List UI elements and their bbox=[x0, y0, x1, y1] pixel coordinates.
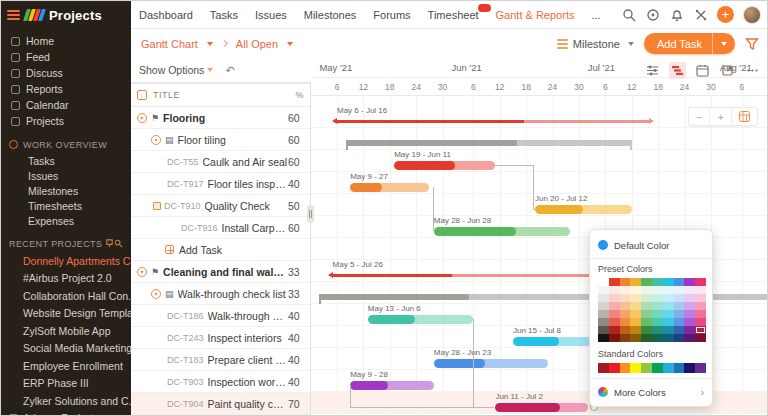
add-task-button[interactable]: Add Task bbox=[644, 33, 735, 54]
hamburger-menu-icon[interactable] bbox=[7, 10, 20, 20]
color-swatch[interactable] bbox=[609, 278, 620, 286]
color-swatch[interactable] bbox=[609, 286, 620, 294]
table-row[interactable]: DC-T183Prepare client list for walk...40 bbox=[131, 349, 310, 371]
show-options-dropdown[interactable]: Show Options bbox=[139, 64, 204, 76]
table-row[interactable]: DC-T910Quality Check50 bbox=[131, 195, 310, 217]
color-swatch[interactable] bbox=[652, 286, 663, 294]
more-colors-option[interactable]: More Colors › bbox=[598, 384, 704, 400]
color-swatch[interactable] bbox=[695, 326, 706, 334]
table-row[interactable]: ▾⚑Flooring60 bbox=[131, 107, 310, 129]
table-row[interactable]: ▾▤Walk-through check list33 bbox=[131, 283, 310, 305]
color-swatch[interactable] bbox=[620, 334, 631, 342]
color-swatch[interactable] bbox=[663, 326, 674, 334]
tab-tasks[interactable]: Tasks bbox=[210, 9, 238, 21]
color-swatch[interactable] bbox=[684, 310, 695, 318]
color-swatch[interactable] bbox=[609, 302, 620, 310]
color-swatch[interactable] bbox=[663, 334, 674, 342]
tab-timesheet[interactable]: Timesheet bbox=[428, 9, 479, 21]
color-swatch[interactable] bbox=[674, 286, 685, 294]
color-swatch[interactable] bbox=[598, 302, 609, 310]
default-color-option[interactable]: Default Color bbox=[598, 237, 704, 253]
color-swatch[interactable] bbox=[695, 286, 706, 294]
sidebar-item-calendar[interactable]: Calendar bbox=[1, 97, 131, 113]
color-swatch[interactable] bbox=[684, 286, 695, 294]
color-swatch[interactable] bbox=[652, 302, 663, 310]
sidebar-item-issues[interactable]: Issues bbox=[1, 168, 131, 183]
color-swatch[interactable] bbox=[695, 278, 706, 286]
table-row[interactable]: ▾⚑Cleaning and final walk-thro...33 bbox=[131, 261, 310, 283]
recent-project-employee-enrollment[interactable]: Employee Enrollment bbox=[1, 357, 131, 375]
color-swatch[interactable] bbox=[641, 334, 652, 342]
all-open-dropdown[interactable]: All Open bbox=[236, 38, 278, 50]
color-swatch[interactable] bbox=[663, 302, 674, 310]
splitter-handle[interactable] bbox=[307, 205, 314, 223]
color-swatch[interactable] bbox=[684, 278, 695, 286]
recent-project-erp-phase-iii[interactable]: ERP Phase III bbox=[1, 375, 131, 393]
color-swatch[interactable] bbox=[641, 326, 652, 334]
color-swatch[interactable] bbox=[641, 318, 652, 326]
expand-icon[interactable]: ▾ bbox=[137, 113, 147, 123]
color-swatch[interactable] bbox=[641, 278, 652, 286]
sidebar-item-expenses[interactable]: Expenses bbox=[1, 213, 131, 228]
gantt-bar[interactable] bbox=[434, 359, 548, 368]
filter-icon[interactable] bbox=[745, 37, 759, 51]
standard-color-swatch[interactable] bbox=[652, 363, 663, 373]
table-row[interactable]: DC-T917Floor tiles inspection40 bbox=[131, 173, 310, 195]
sidebar-item-feed[interactable]: Feed bbox=[1, 49, 131, 65]
color-swatch[interactable] bbox=[630, 278, 641, 286]
color-swatch[interactable] bbox=[641, 286, 652, 294]
color-swatch[interactable] bbox=[598, 318, 609, 326]
sidebar-item-discuss[interactable]: Discuss bbox=[1, 65, 131, 81]
add-task-row[interactable]: Add Task bbox=[131, 239, 310, 261]
color-swatch[interactable] bbox=[674, 334, 685, 342]
gantt-bar[interactable] bbox=[368, 315, 474, 324]
undo-icon[interactable]: ↶ bbox=[225, 64, 234, 77]
color-swatch[interactable] bbox=[609, 326, 620, 334]
pin-icon[interactable] bbox=[105, 239, 114, 248]
color-swatch[interactable] bbox=[674, 326, 685, 334]
color-swatch[interactable] bbox=[652, 334, 663, 342]
color-swatch[interactable] bbox=[630, 294, 641, 302]
recent-project-social-media-marketing[interactable]: Social Media Marketing bbox=[1, 340, 131, 358]
color-swatch[interactable] bbox=[695, 302, 706, 310]
color-swatch[interactable] bbox=[630, 286, 641, 294]
sidebar-item-tasks[interactable]: Tasks bbox=[1, 153, 131, 168]
fullscreen-icon[interactable] bbox=[719, 62, 736, 79]
color-swatch[interactable] bbox=[630, 334, 641, 342]
color-swatch[interactable] bbox=[663, 318, 674, 326]
search-icon[interactable] bbox=[621, 7, 636, 22]
color-swatch[interactable] bbox=[674, 310, 685, 318]
user-avatar[interactable] bbox=[743, 6, 761, 24]
color-swatch[interactable] bbox=[674, 294, 685, 302]
color-swatch[interactable] bbox=[620, 286, 631, 294]
add-task-dropdown[interactable] bbox=[712, 33, 735, 54]
color-swatch[interactable] bbox=[663, 278, 674, 286]
color-swatch[interactable] bbox=[674, 318, 685, 326]
standard-color-swatch[interactable] bbox=[684, 363, 695, 373]
color-swatch[interactable] bbox=[598, 278, 609, 286]
color-swatch[interactable] bbox=[598, 310, 609, 318]
more-options-icon[interactable] bbox=[744, 62, 761, 79]
recent-project-zylsoft-mobile-app[interactable]: ZylSoft Mobile App bbox=[1, 322, 131, 340]
standard-color-swatch[interactable] bbox=[663, 363, 674, 373]
table-row[interactable]: DC-T903Inspection work items40 bbox=[131, 371, 310, 393]
parent-task-bar[interactable] bbox=[346, 140, 632, 146]
gantt-chart-dropdown[interactable]: Gantt Chart bbox=[141, 38, 198, 50]
table-row[interactable]: DC-T243Inspect interiors40 bbox=[131, 327, 310, 349]
color-swatch[interactable] bbox=[684, 318, 695, 326]
standard-color-swatch[interactable] bbox=[630, 363, 641, 373]
milestone-line-bar[interactable] bbox=[337, 120, 649, 123]
standard-color-swatch[interactable] bbox=[598, 363, 609, 373]
color-swatch[interactable] bbox=[630, 310, 641, 318]
color-swatch[interactable] bbox=[652, 318, 663, 326]
sidebar-item-reports[interactable]: Reports bbox=[1, 81, 131, 97]
recent-project-arizona-project[interactable]: Arizona Project bbox=[1, 410, 131, 416]
milestone-dropdown[interactable]: Milestone bbox=[557, 38, 634, 50]
tab-gantt-reports[interactable]: Gantt & Reports bbox=[496, 9, 575, 21]
sidebar-item-timesheets[interactable]: Timesheets bbox=[1, 198, 131, 213]
color-swatch[interactable] bbox=[652, 294, 663, 302]
color-swatch[interactable] bbox=[684, 334, 695, 342]
gantt-bar[interactable] bbox=[535, 205, 632, 214]
expand-icon[interactable]: ▾ bbox=[137, 267, 147, 277]
standard-color-swatch[interactable] bbox=[641, 363, 652, 373]
